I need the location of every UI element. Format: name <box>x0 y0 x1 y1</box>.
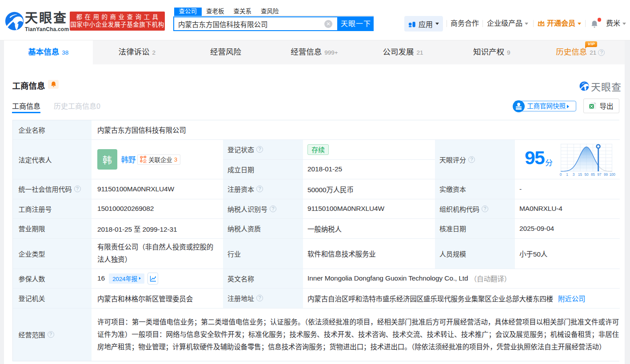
tab-basic-info[interactable]: 基本信息38 <box>4 40 93 64</box>
tab-operation-risk[interactable]: 经营风险 <box>181 40 270 64</box>
value-english-name: Inner Mongolia Dongfang Guoxin Technolog… <box>303 269 620 289</box>
company_type-label-text: 企业类型 <box>19 249 45 258</box>
tab-legal-proceedings[interactable]: 法律诉讼2 <box>93 40 182 64</box>
tab-count: 21 <box>417 49 423 56</box>
taxpayer_quality-value-text: 一般纳税人 <box>307 224 342 233</box>
tab-company-development[interactable]: 公司发展21 <box>359 40 447 64</box>
help-icon[interactable]: ? <box>598 49 605 56</box>
value-legal-representative: 韩 韩野 企 关联企业 3 <box>92 140 223 179</box>
svg-text:1: 1 <box>566 172 568 176</box>
subtab-business-info[interactable]: 工商信息 <box>12 100 40 111</box>
tab-history-info[interactable]: 历史信息21? VIP <box>536 40 625 64</box>
6-label-text: 历史信息 <box>556 47 587 56</box>
export-button-text: 导出 <box>599 101 613 111</box>
industry-label-text: 行业 <box>227 249 241 258</box>
reg_authority-label-text: 登记机关 <box>19 293 45 303</box>
crown-icon <box>538 20 545 27</box>
legal-rep-avatar[interactable]: 韩 <box>97 149 117 170</box>
nav-vip-membership[interactable]: 开通会员 <box>547 20 581 27</box>
help-icon[interactable]: ? <box>256 146 263 153</box>
triangle-right-icon <box>567 105 569 108</box>
value-approval-date: 2025-09-04 <box>515 219 620 239</box>
label-paid-capital: 实缴资本 <box>435 179 515 199</box>
value-business-scope: 许可项目：第一类增值电信业务；第二类增值电信业务；认证服务。（依法须经批准的项目… <box>92 309 620 361</box>
relation-count-text: 3 <box>174 156 177 163</box>
trend-chart-button[interactable] <box>148 273 158 285</box>
4-label-text: 公司发展 <box>383 47 414 56</box>
search-tab-boss[interactable]: 查老板 <box>202 8 229 16</box>
value-paid-capital: - <box>515 179 620 199</box>
approval_date-value-text: 2025-09-04 <box>519 225 554 233</box>
english_name-value-text: Inner Mongolia Dongfang Guoxin Technolog… <box>307 274 468 282</box>
subtab-history-business-info[interactable]: 历史工商信息0 <box>54 100 100 111</box>
nav-user-label: 费米 <box>606 20 620 27</box>
main-tabbar: 基本信息38 法律诉讼2 经营风险 经营信息999+ 公司发展21 知识产权9 … <box>4 40 625 64</box>
tianyancha-logo-icon[interactable] <box>5 12 24 31</box>
help-icon[interactable]: ? <box>74 186 81 192</box>
tab-intellectual-property[interactable]: 知识产权9 <box>447 40 536 64</box>
value-insured-count: 16 2024年报 <box>92 269 223 289</box>
tab-count: 21 <box>590 49 596 56</box>
score-label-text: 天眼评分 <box>439 155 466 164</box>
avatar-text: 韩 <box>103 153 112 166</box>
nav-cooperation[interactable]: 商务合作 <box>451 20 479 27</box>
establish_date-label-text: 成立日期 <box>227 165 254 174</box>
2-label-text: 经营风险 <box>210 47 241 56</box>
nav-user[interactable]: 费米 <box>606 20 626 27</box>
help-icon[interactable]: ? <box>270 206 276 212</box>
reg_address-label-text: 注册地址 <box>227 293 254 303</box>
nearby-companies-link[interactable]: 附近公司 <box>558 293 585 303</box>
related-companies-badge[interactable]: 企 关联企业 3 <box>137 154 180 165</box>
notification-bell[interactable] <box>590 19 601 29</box>
0-label-text: 基本信息 <box>28 47 59 56</box>
legal_rep-label-text: 法定代表人 <box>19 155 52 164</box>
label-company-type: 企业类型 <box>13 239 92 269</box>
score-distribution-chart: 0 1 3 15 50 85 97 99 100 <box>558 144 615 177</box>
company_name-label-text: 企业名称 <box>19 125 45 135</box>
taxpayer_quality-label-text: 纳税人资质 <box>227 224 261 233</box>
official-snapshot-button[interactable]: 工商官网快照 <box>514 101 576 112</box>
help-icon[interactable]: ? <box>48 331 54 338</box>
search-tab-relation[interactable]: 查关系 <box>229 8 256 16</box>
clear-search-icon[interactable]: ✕ <box>324 20 332 28</box>
label-legal-representative: 法定代表人 <box>13 140 92 179</box>
label-english-name: 英文名称 <box>223 269 303 289</box>
value-registration-status: 存续 <box>303 140 435 160</box>
stamp-icon <box>513 100 525 112</box>
line-chart-icon <box>150 275 156 282</box>
nav-enterprise-label: 企业级产品 <box>487 20 522 27</box>
establish_date-value-text: 2018-01-25 <box>307 165 342 173</box>
org-relation-icon: 企 <box>140 156 147 163</box>
search-tab-company[interactable]: 查公司 <box>174 8 202 16</box>
active-subtab-underline <box>12 112 40 113</box>
tab-operation-info[interactable]: 经营信息999+ <box>270 40 359 64</box>
logo-title[interactable]: 天眼查 <box>25 12 68 25</box>
label-insured-count: 参保人数 <box>13 269 92 289</box>
value-org-code: MA0NRXLU-4 <box>515 199 620 219</box>
triangle-right-icon <box>139 277 141 280</box>
help-icon[interactable]: ? <box>482 206 488 212</box>
1-label-text: 法律诉讼 <box>119 47 150 56</box>
help-icon[interactable]: ? <box>468 156 475 163</box>
svg-text:85: 85 <box>591 172 595 176</box>
search-input[interactable] <box>178 18 320 30</box>
subscribe-bell-button[interactable] <box>48 80 59 89</box>
help-icon[interactable]: ? <box>256 186 263 192</box>
annual-report-badge[interactable]: 2024年报 <box>109 273 144 284</box>
nav-enterprise[interactable]: 企业级产品 <box>487 20 528 27</box>
label-registered-capital: 注册资本? <box>223 179 303 199</box>
svg-text:0: 0 <box>559 172 562 176</box>
status-badge: 存续 <box>307 144 329 155</box>
excel-icon <box>589 102 597 110</box>
reg_capital-value-text: 50000万人民币 <box>307 184 354 194</box>
help-icon[interactable]: ? <box>256 295 263 301</box>
search-tab-risk[interactable]: 查风险 <box>256 8 284 16</box>
export-button[interactable]: 导出 <box>583 99 619 113</box>
value-tianyan-score[interactable]: 95 分 0 <box>515 140 620 179</box>
search-button[interactable]: 天眼一下 <box>338 16 374 31</box>
nav-app-button[interactable]: 应用 <box>404 16 443 32</box>
legal-rep-name-link[interactable]: 韩野 <box>121 154 136 165</box>
nav-app-label: 应用 <box>419 19 433 29</box>
brand-slogan-banner: 都在用的商业查询工具 国家中小企业发展子基金旗下机构 <box>70 12 165 31</box>
nav-divider <box>585 20 586 27</box>
